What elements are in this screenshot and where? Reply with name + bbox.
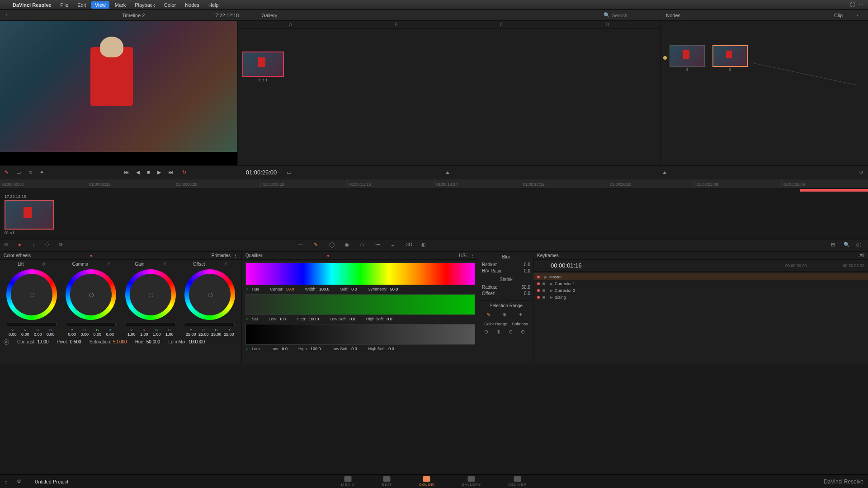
marker-icon[interactable] [663, 171, 666, 174]
lum-bar[interactable] [245, 324, 475, 345]
offset-g-value[interactable]: 25.00 [210, 332, 222, 337]
kf-dot-icon[interactable] [537, 282, 540, 285]
offset-y-value[interactable]: 25.00 [185, 332, 197, 337]
blur-hvratio-value[interactable]: 0.0 [524, 268, 530, 273]
bars-icon[interactable]: ⫼ [32, 242, 39, 249]
lift-g-value[interactable]: 0.00 [32, 332, 44, 337]
lift-y-value[interactable]: 0.00 [7, 332, 19, 337]
info-toggle-icon[interactable]: A [4, 339, 9, 345]
menu-overflow-icon[interactable]: ⋯ [859, 2, 863, 8]
viewer-image[interactable] [0, 21, 237, 152]
picker-wand-icon[interactable]: ✦ [519, 312, 526, 319]
contrast-value[interactable]: 1.000 [38, 339, 49, 344]
menu-color[interactable]: Color [160, 1, 179, 9]
dropdown-icon[interactable]: ⋮ [233, 253, 238, 258]
info-icon[interactable]: ⓘ [856, 242, 863, 249]
kf-dot-icon[interactable] [537, 296, 540, 299]
offset-r-value[interactable]: 25.00 [198, 332, 209, 337]
soft-minus-icon[interactable]: ⊖ [509, 329, 516, 336]
expand-arrow-icon[interactable]: ▶ [550, 295, 553, 300]
highlight-icon[interactable]: ✦ [40, 169, 46, 176]
sat-low-value[interactable]: 0.0 [280, 317, 286, 321]
cycle-icon[interactable]: ⟳ [59, 242, 66, 249]
gamma-r-value[interactable]: 0.00 [79, 332, 90, 337]
tracker-icon[interactable]: ⊶ [375, 242, 382, 249]
node-1[interactable]: 1 [670, 45, 705, 71]
shrink-offset-value[interactable]: 0.0 [524, 291, 530, 296]
gallery-still[interactable]: 1.1.1 [242, 52, 284, 82]
nav-gallery[interactable]: GALLERY [462, 476, 481, 487]
timeline-ruler[interactable]: 01:00:00:00 01:00:02:22 01:00:05:20 01:0… [0, 179, 868, 189]
gamma-master-slider[interactable] [66, 323, 116, 326]
dots-icon[interactable]: ⁛ [45, 242, 52, 249]
sat-highsoft-value[interactable]: 0.0 [387, 317, 392, 321]
lummix-value[interactable]: 100.000 [189, 339, 205, 344]
nav-deliver[interactable]: DELIVER [508, 476, 527, 487]
nodes-section-label[interactable]: Nodes [666, 13, 680, 18]
curves-icon[interactable]: 〰 [298, 242, 306, 249]
kf-track-corrector1[interactable]: Corrector 1 [555, 282, 575, 286]
menu-help[interactable]: Help [205, 1, 222, 9]
hue-width-value[interactable]: 100.0 [319, 287, 330, 291]
offset-b-value[interactable]: 25.00 [223, 332, 235, 337]
mini-timeline[interactable] [0, 189, 868, 192]
expand-arrow-icon[interactable]: ▶ [544, 275, 547, 279]
kf-dot-icon[interactable] [542, 289, 545, 292]
gain-wheel[interactable] [125, 269, 176, 320]
fullscreen-icon[interactable]: ⛶ [850, 2, 855, 8]
expand-arrow-icon[interactable]: ▶ [550, 282, 553, 286]
kf-dot-icon[interactable] [537, 289, 540, 292]
pivot-value[interactable]: 0.500 [70, 339, 81, 344]
next-clip-icon[interactable]: ⏭ [168, 169, 173, 175]
reset-icon[interactable]: ↺ [42, 262, 45, 267]
chevron-left-icon[interactable]: ‹ [5, 12, 12, 19]
dropdown-icon[interactable]: ⋮ [471, 253, 475, 258]
shrink-radius-value[interactable]: 50.0 [522, 285, 530, 290]
eyedropper-icon[interactable]: ✎ [5, 169, 11, 176]
stop-icon[interactable]: ■ [147, 169, 150, 175]
folder-icon[interactable]: ▭ [287, 169, 291, 175]
kf-track-master[interactable]: Master [549, 275, 562, 279]
keyframes-mode[interactable]: All [859, 253, 864, 258]
offset-wheel[interactable] [184, 269, 235, 320]
stabilizer-icon[interactable]: ⫠ [391, 242, 398, 249]
sat-checkbox[interactable]: ✓ [245, 317, 249, 321]
gallery-col-b[interactable]: B [344, 21, 449, 28]
nav-color[interactable]: COLOR [419, 476, 434, 487]
play-icon[interactable]: ▶ [157, 169, 161, 175]
hue-center-value[interactable]: 50.0 [286, 287, 294, 291]
lift-wheel[interactable] [6, 269, 57, 320]
menu-view[interactable]: View [91, 1, 109, 9]
nav-media[interactable]: MEDIA [341, 476, 354, 487]
still-thumbnail[interactable] [242, 52, 284, 77]
3d-label[interactable]: 3D [406, 242, 413, 249]
range-minus-icon[interactable]: ⊖ [484, 329, 491, 336]
hue-sym-value[interactable]: 50.0 [390, 287, 398, 291]
kf-dot-icon[interactable] [542, 282, 545, 285]
kf-dot-icon[interactable] [537, 276, 540, 278]
nav-edit[interactable]: EDIT [382, 476, 392, 487]
gamma-b-value[interactable]: 0.00 [104, 332, 116, 337]
primaries-mode[interactable]: Primaries [212, 253, 231, 258]
window-circle-icon[interactable]: ◯ [329, 242, 336, 249]
gallery-col-d[interactable]: D [555, 21, 660, 28]
step-back-icon[interactable]: ◀ [136, 169, 140, 175]
chevron-right-icon[interactable]: › [856, 12, 863, 19]
shuffle-icon[interactable]: ⤮ [28, 169, 34, 176]
settings-gear-icon[interactable]: ⚙ [17, 479, 21, 484]
clip-segment[interactable] [800, 189, 868, 192]
hue-bar[interactable] [245, 263, 475, 285]
soft-plus-icon[interactable]: ⊕ [521, 329, 528, 336]
node-input-dot[interactable] [663, 56, 667, 60]
grid-icon[interactable]: ⊞ [831, 242, 838, 249]
qualifier-mode[interactable]: HSL [459, 253, 468, 258]
lum-high-value[interactable]: 100.0 [311, 347, 321, 351]
home-icon[interactable]: ⌂ [5, 479, 8, 484]
gain-b-value[interactable]: 1.00 [164, 332, 175, 337]
range-plus-icon[interactable]: ⊕ [496, 329, 504, 336]
marker-icon[interactable] [446, 171, 449, 174]
reset-icon[interactable]: ↺ [106, 262, 110, 267]
gallery-col-c[interactable]: C [449, 21, 555, 28]
gain-g-value[interactable]: 1.00 [151, 332, 163, 337]
lift-r-value[interactable]: 0.00 [19, 332, 31, 337]
